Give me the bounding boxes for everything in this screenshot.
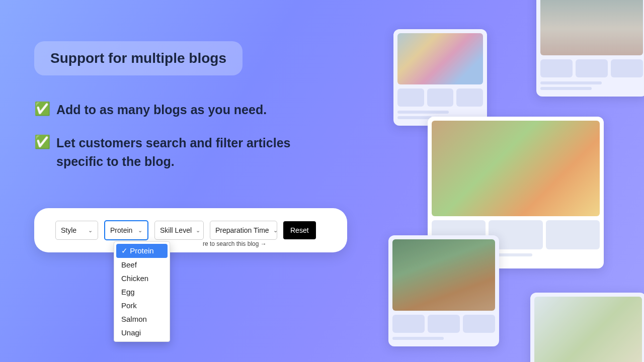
thumb [392, 315, 425, 333]
dropdown-item-beef[interactable]: Beef [116, 258, 168, 272]
dropdown-item-egg[interactable]: Egg [116, 285, 168, 299]
thumb-row [397, 88, 483, 107]
dropdown-item-protein[interactable]: Protein [116, 244, 168, 258]
thumb [397, 88, 424, 107]
select-label: Skill Level [160, 226, 192, 234]
style-select[interactable]: Style ⌄ [55, 221, 98, 240]
thumb [546, 220, 600, 249]
thumb [427, 88, 454, 107]
thumb-row [540, 59, 643, 77]
select-label: Protein [110, 226, 132, 234]
page-title: Support for multiple blogs [50, 50, 226, 66]
check-icon: ✅ [34, 101, 50, 118]
card-image [534, 297, 642, 362]
tline [540, 87, 592, 90]
card-image [397, 33, 483, 84]
dropdown-item-chicken[interactable]: Chicken [116, 272, 168, 285]
dropdown-item-salmon[interactable]: Salmon [116, 312, 168, 326]
blog-card-books [536, 0, 644, 97]
blog-card-swatches [393, 29, 487, 126]
tline [540, 81, 602, 84]
preparation-time-select[interactable]: Preparation Time ⌄ [210, 221, 277, 240]
chevron-down-icon: ⌄ [138, 227, 142, 234]
thumb [611, 59, 643, 77]
filter-panel: Style ⌄ Protein ⌄ Skill Level ⌄ Preparat… [34, 208, 347, 252]
text-lines [540, 81, 643, 90]
bullet-item: ✅ Add to as many blogs as you need. [34, 101, 316, 120]
blog-card-plants [388, 235, 499, 346]
chevron-down-icon: ⌄ [88, 227, 93, 234]
blog-card-drink [530, 293, 644, 362]
dropdown-item-pork[interactable]: Pork [116, 299, 168, 312]
bullet-text: Let customers search and filter articles… [56, 134, 316, 171]
thumb [540, 59, 573, 77]
text-lines [392, 337, 495, 340]
thumb [428, 315, 460, 333]
page-title-pill: Support for multiple blogs [34, 41, 243, 75]
thumb [456, 88, 483, 107]
filter-row: Style ⌄ Protein ⌄ Skill Level ⌄ Preparat… [55, 220, 326, 240]
tline [392, 337, 444, 340]
protein-dropdown: Protein Beef Chicken Egg Pork Salmon Una… [114, 241, 170, 342]
reset-label: Reset [290, 226, 309, 234]
thumb [463, 315, 495, 333]
select-label: Style [61, 226, 76, 234]
skill-level-select[interactable]: Skill Level ⌄ [154, 221, 204, 240]
chevron-down-icon: ⌄ [196, 227, 200, 234]
check-icon: ✅ [34, 134, 50, 151]
thumb [576, 59, 608, 77]
thumb-row [392, 315, 495, 333]
dropdown-item-unagi[interactable]: Unagi [116, 326, 168, 339]
search-hint: re to search this blog [203, 240, 267, 247]
bullet-item: ✅ Let customers search and filter articl… [34, 134, 316, 171]
card-image [432, 121, 600, 216]
protein-select[interactable]: Protein ⌄ [104, 220, 148, 240]
bullet-text: Add to as many blogs as you need. [56, 101, 267, 120]
card-image [540, 0, 643, 55]
select-label: Preparation Time [215, 226, 269, 234]
tline [397, 111, 449, 114]
reset-button[interactable]: Reset [283, 221, 316, 239]
tline [397, 116, 432, 119]
chevron-down-icon: ⌄ [273, 227, 278, 234]
feature-bullets: ✅ Add to as many blogs as you need. ✅ Le… [34, 101, 316, 186]
card-image [392, 239, 495, 311]
